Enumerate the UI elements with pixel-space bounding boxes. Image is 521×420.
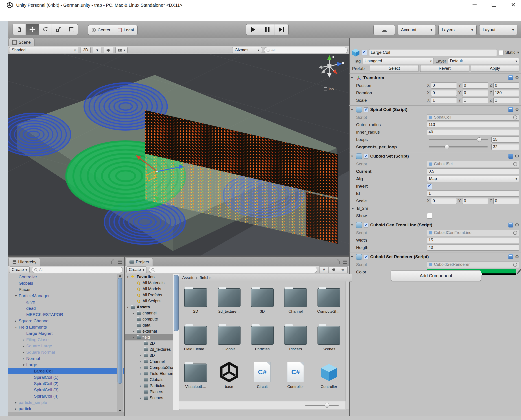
project-tree-item[interactable]: channel [125,310,173,316]
project-search-input[interactable] [149,267,317,273]
project-tree-item[interactable]: Favorites [125,274,173,280]
asset-tile[interactable]: C# Particles [246,324,279,362]
gear-icon[interactable]: ⚙ [515,254,519,259]
object-picker-icon[interactable] [513,115,517,120]
minimize-button[interactable] [471,1,478,8]
project-tree-item[interactable]: Scenes [125,395,173,401]
panel-divider[interactable] [8,255,349,257]
foldout-arrow[interactable] [13,401,19,404]
alg-dropdown[interactable]: Map [427,176,519,182]
foldout-arrow[interactable] [139,366,142,369]
scene-search-input[interactable]: All [264,47,348,53]
hierarchy-item[interactable]: Large Coil [8,368,124,374]
project-create-button[interactable]: Create [126,266,147,273]
project-tree-item[interactable]: Assets [125,304,173,310]
foldout-arrow[interactable] [13,294,19,298]
position-z-field[interactable] [493,82,519,89]
asset-tile[interactable]: C# Controller [312,362,346,399]
component-enabled-checkbox[interactable] [364,255,368,259]
rotation-y-field[interactable] [462,90,488,96]
project-tree-item[interactable]: All Scripts [125,298,173,304]
layers-dropdown[interactable]: Layers [438,25,477,35]
account-dropdown[interactable]: Account [398,25,436,35]
tab-project[interactable]: Project [126,258,153,266]
tab-scene[interactable]: Scene [8,38,35,46]
draw-mode-dropdown[interactable]: Shaded [9,47,78,53]
step-button[interactable] [274,24,288,35]
hierarchy-item[interactable]: Field Elements [8,324,124,330]
foldout-arrow[interactable] [139,396,142,400]
scroll-down-icon[interactable] [119,410,121,412]
foldout-arrow[interactable] [21,351,26,354]
hierarchy-search-input[interactable]: All [32,267,123,273]
project-tree-item[interactable]: Particles [125,383,173,389]
project-tree-item[interactable]: Placers [125,389,173,395]
scroll-up-icon[interactable] [119,275,121,277]
gear-icon[interactable]: ⚙ [515,107,519,112]
foldout-arrow[interactable]: ▸ [351,206,355,210]
hierarchy-item[interactable]: SpiralCoil (4) [8,393,124,399]
segments-value-field[interactable] [491,144,519,150]
panel-menu-icon[interactable] [118,260,122,264]
scale-tool-button[interactable] [52,24,65,35]
object-picker-icon[interactable] [513,231,517,235]
scale-y-field[interactable] [462,97,488,103]
foldout-arrow[interactable]: ▾ [351,108,354,112]
project-tree-item[interactable]: external [125,328,173,334]
lock-icon[interactable] [336,261,340,264]
component-enabled-checkbox[interactable] [364,154,368,159]
gear-icon[interactable]: ⚙ [515,223,519,227]
layout-dropdown[interactable]: Layout [479,25,517,35]
foldout-arrow[interactable] [21,363,26,367]
foldout-arrow[interactable] [13,407,19,411]
project-tree-item[interactable]: Channel [125,359,173,365]
prefab-revert-button[interactable]: Revert [420,65,469,72]
scale-z-field[interactable] [493,97,519,103]
segments-slider[interactable] [429,146,488,148]
2d-toggle[interactable]: 2D [81,47,91,53]
hierarchy-item[interactable]: MERCK-ESTAPOR [8,312,124,318]
asset-tile[interactable]: C# Placers [279,324,312,362]
hierarchy-scrollbar[interactable] [117,274,123,412]
hierarchy-item[interactable]: Globals [8,280,124,286]
eyedropper-icon[interactable] [517,270,521,274]
gear-icon[interactable]: ⚙ [515,75,519,80]
hierarchy-item[interactable]: Large Magnet [8,330,124,337]
project-tree-item[interactable]: data [125,322,173,328]
loops-slider[interactable] [429,139,488,140]
foldout-arrow[interactable] [132,330,135,333]
help-book-icon[interactable] [508,107,513,112]
panel-menu-icon[interactable] [343,260,347,264]
foldout-arrow[interactable] [132,312,135,315]
script-object-field[interactable]: CuboidGenFromLine [427,230,519,236]
foldout-arrow[interactable] [139,360,142,363]
hierarchy-item[interactable]: dead [8,305,124,312]
hierarchy-item[interactable]: SpiralCoil (3) [8,387,124,393]
foldout-arrow[interactable] [21,344,26,348]
gizmos-dropdown[interactable]: Gizmos [232,47,262,53]
rotation-x-field[interactable] [431,90,457,96]
foldout-arrow[interactable]: ▾ [351,223,354,227]
add-component-button[interactable]: Add Component [391,270,481,281]
close-button[interactable] [509,1,517,8]
thumbnail-zoom-slider[interactable] [305,405,339,406]
grid-scrollbar-track[interactable] [346,282,349,409]
project-tree-item[interactable]: ComputeShaders [125,365,173,371]
hierarchy-item[interactable]: SpiralCoil (1) [8,374,124,381]
width-field[interactable] [427,237,519,243]
asset-tile[interactable]: C# 2d_texture... [212,286,245,324]
tag-dropdown[interactable]: Untagged [363,58,434,64]
tab-hierarchy[interactable]: Hierarchy [8,258,40,266]
scrollbar-thumb[interactable] [174,275,179,331]
panel-divider[interactable] [124,257,125,416]
hierarchy-item[interactable]: particle [8,406,124,412]
position-y-field[interactable] [462,82,488,89]
hierarchy-item[interactable]: Square Normal [8,349,124,355]
cuboid-scale-z-field[interactable] [493,198,519,204]
hierarchy-item[interactable]: ParticleManager [8,293,124,299]
script-object-field[interactable]: CuboidSet [427,161,519,167]
project-tree-item[interactable]: compute [125,316,173,322]
scale-x-field[interactable] [431,97,457,103]
asset-tile[interactable]: C# base [212,362,245,399]
static-checkbox[interactable] [499,50,504,55]
